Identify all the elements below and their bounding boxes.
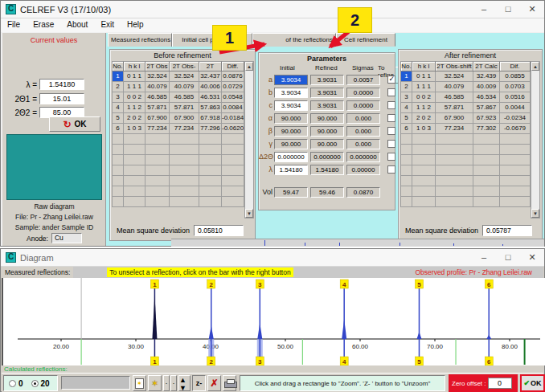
diagram-titlebar[interactable]: Diagram – □ ✕: [1, 249, 544, 267]
print-diagram-button[interactable]: [223, 375, 236, 391]
table-cell: [436, 197, 473, 207]
menu-erase[interactable]: Erase: [27, 18, 60, 32]
reflection-row[interactable]: 21 1 140.07940.07940.0060.0729: [112, 82, 244, 92]
celref-window: CELREF V3 (17/10/03) – □ ✕ FileEraseAbou…: [0, 0, 545, 247]
svg-text:2: 2: [210, 281, 214, 288]
param-field: 90.000: [310, 113, 344, 124]
reflection-row[interactable]: 10 1 132.52432.4390.0855: [400, 71, 531, 82]
radio-20-icon[interactable]: [31, 380, 39, 387]
param-field: 90.000: [310, 126, 344, 137]
radio-0-icon[interactable]: [9, 380, 16, 387]
param-field[interactable]: 3.9034: [274, 88, 308, 98]
radio-option-0[interactable]: 0: [9, 379, 23, 388]
param-label: α: [259, 114, 274, 122]
main-titlebar[interactable]: CELREF V3 (17/10/03) – □ ✕: [1, 1, 544, 18]
diffraction-plot[interactable]: 20.0030.0040.0050.0060.0070.0080.0011223…: [2, 278, 545, 365]
table-cell: [145, 145, 170, 155]
param-field[interactable]: 1.54180: [274, 165, 308, 175]
menu-exit[interactable]: Exit: [94, 18, 121, 32]
svg-text:3: 3: [258, 281, 262, 288]
close-icon[interactable]: ✕: [520, 249, 544, 266]
menu-file[interactable]: File: [1, 18, 27, 32]
table-cell: [500, 155, 531, 165]
reflection-row: [112, 134, 244, 145]
reflection-row[interactable]: 30 0 246.58546.58546.5310.0548: [112, 92, 244, 103]
two-theta1-input[interactable]: 15.01: [39, 93, 84, 104]
lambda-input[interactable]: 1.54180: [39, 79, 84, 90]
export-diagram-button[interactable]: [133, 375, 146, 391]
annotation-badge-1: 1: [212, 25, 247, 51]
unzoom-button[interactable]: z-: [192, 375, 206, 391]
param-field[interactable]: 3.9034: [274, 100, 308, 111]
tab-of-the-reflections[interactable]: of the reflections: [252, 33, 336, 47]
param-field: 90.000: [274, 126, 308, 137]
maximize-icon[interactable]: □: [496, 1, 520, 18]
calculated-reflections-label: Calculated reflections:: [2, 365, 543, 373]
table-cell: 77.234: [145, 124, 170, 134]
reflection-row[interactable]: 61 0 377.23477.302-0.0679: [400, 124, 531, 134]
reflection-row[interactable]: 41 1 257.87157.87157.8630.0084: [112, 103, 244, 113]
table-cell: 32.437: [199, 71, 222, 82]
scroll-up-icon[interactable]: ▲: [245, 62, 253, 71]
observed-profile-label: Observed profile: Pr - Zhang Leilei.raw: [415, 268, 532, 276]
anode-field[interactable]: Cu: [51, 233, 82, 243]
reflection-row[interactable]: 61 0 377.23477.23477.296-0.0620: [112, 124, 244, 134]
reflection-row[interactable]: 21 1 140.07940.0090.0703: [400, 82, 531, 92]
burst-icon: ✶: [151, 378, 158, 389]
radio-option-20[interactable]: 20: [31, 379, 50, 388]
to-refine-checkbox[interactable]: [387, 153, 395, 161]
to-refine-checkbox[interactable]: [387, 165, 395, 174]
scroll-up-icon[interactable]: ▲: [531, 62, 539, 71]
col-header: No.: [112, 61, 124, 71]
minimize-icon[interactable]: –: [472, 1, 496, 18]
to-refine-checkbox[interactable]: [387, 101, 395, 109]
reflection-row: [400, 155, 531, 165]
menu-about[interactable]: About: [60, 18, 94, 32]
reflection-row[interactable]: 52 0 267.90067.923-0.0234: [400, 113, 531, 124]
param-field[interactable]: 3.9034: [274, 75, 308, 85]
scroll-down-icon[interactable]: ▼: [245, 209, 253, 218]
to-refine-checkbox[interactable]: [387, 114, 395, 122]
spin-down-icon[interactable]: ▼: [179, 384, 190, 392]
svg-text:2: 2: [210, 358, 214, 365]
svg-text:4: 4: [342, 358, 346, 365]
step-left-button[interactable]: ·: [163, 375, 170, 391]
spin-up-icon[interactable]: ▲: [179, 376, 190, 384]
scroll-down-icon[interactable]: ▼: [531, 209, 539, 218]
step-right-button[interactable]: ·: [170, 375, 177, 391]
reflection-row: [400, 186, 531, 197]
close-icon[interactable]: ✕: [520, 1, 544, 18]
table-cell: 40.006: [199, 82, 222, 92]
highlight-button[interactable]: ✶: [148, 375, 162, 391]
tab-cell-refinement[interactable]: Cell refinement: [336, 33, 395, 47]
reflection-row[interactable]: 30 0 246.58546.5340.0516: [400, 92, 531, 103]
reflection-row[interactable]: 52 0 267.90067.90067.918-0.0184: [112, 113, 244, 124]
zero-offset-input[interactable]: 0: [488, 378, 512, 389]
before-table-scrollbar[interactable]: ▲ ▼: [244, 61, 254, 218]
ok-button[interactable]: ↻ OK: [49, 116, 100, 132]
annotation-badge-2: 2: [338, 7, 372, 33]
after-table-scrollbar[interactable]: ▲ ▼: [531, 61, 540, 218]
minimize-icon[interactable]: –: [472, 249, 496, 266]
to-refine-checkbox[interactable]: [387, 88, 395, 96]
table-cell: 77.302: [473, 124, 500, 134]
table-cell: [473, 165, 500, 176]
table-cell: [124, 134, 145, 145]
maximize-icon[interactable]: □: [496, 249, 520, 266]
to-refine-checkbox[interactable]: [387, 76, 395, 84]
menu-help[interactable]: Help: [121, 18, 150, 32]
diagram-window-title: Diagram: [20, 253, 54, 263]
diagram-ok-button[interactable]: ✔ OK: [520, 374, 545, 392]
table-cell: [436, 155, 473, 165]
reflection-row[interactable]: 41 1 257.87157.8670.0044: [400, 103, 531, 113]
to-refine-checkbox[interactable]: [387, 140, 395, 148]
tab-measured-reflections[interactable]: Measured reflections: [108, 33, 172, 47]
scale-spinner[interactable]: ▲▼: [178, 375, 191, 391]
table-cell: [222, 134, 244, 145]
reflection-row[interactable]: 10 1 132.52432.52432.4370.0876: [112, 71, 244, 82]
param-field[interactable]: 0.000000: [274, 152, 308, 162]
table-cell: [473, 145, 500, 155]
delete-button[interactable]: ✗: [207, 375, 221, 391]
after-msd-field: 0.05787: [482, 225, 532, 236]
to-refine-checkbox[interactable]: [387, 127, 395, 135]
